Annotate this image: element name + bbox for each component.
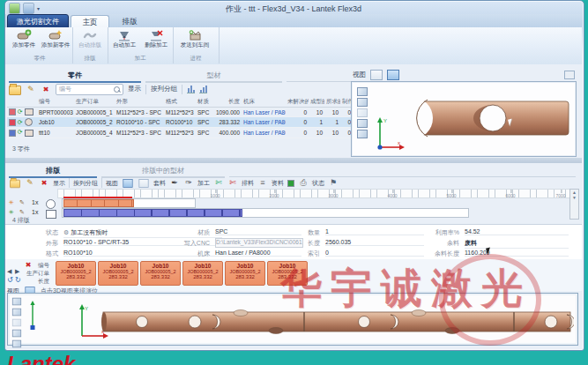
add-new-part-icon [48,29,63,41]
machine-apply-icon[interactable]: ✄ [213,178,224,188]
undo-icon[interactable]: ↺ [7,276,13,284]
stock-bar[interactable] [62,198,196,208]
search-input[interactable]: 编号 [56,84,123,95]
view-zoom-icon[interactable] [12,319,21,327]
view-top-icon[interactable] [357,119,368,128]
splitter[interactable] [5,158,582,163]
group-by-button[interactable]: 按列分组 [73,179,98,188]
nested-parts-tiles[interactable] [63,209,242,217]
nesting-3d-viewer[interactable]: Yx [7,293,578,346]
view-top-icon[interactable] [12,330,21,338]
open-icon[interactable] [9,86,21,95]
tab-nestings[interactable]: 排版 [9,165,97,178]
tab-nesting[interactable]: 排版 [111,15,148,27]
data-green-icon[interactable] [287,180,294,187]
add-new-part-button[interactable]: 添加新零件 [41,28,71,55]
auto-machine-button[interactable]: 自动加工 [109,28,139,55]
view-front-icon[interactable] [357,98,368,107]
table-row-selected[interactable]: ⟳ Job10JOB000005_2RO100*10 - SPC RO100*1… [7,117,353,128]
print-icon[interactable]: ⎙ [298,178,309,188]
view-mode-2d-icon[interactable] [370,70,383,80]
tab-profiles-in-nesting[interactable]: 排版中的型材 [101,165,225,178]
view-iso-icon[interactable] [357,87,368,96]
table-row[interactable]: ⟳ BPRT000003JOB000005_1M112*52*3 - SPC M… [7,108,353,117]
search-placeholder: 编号 [59,86,71,92]
cards-strip: ✖ ◀ ▶ ↺ ↻ 编号 生产订单 长度 Job10JOB000005_2283… [5,259,582,291]
title-bar: ▾ 作业 - ttt - Flex3d_V34 - Lantek Flex3d [5,1,582,15]
bars-icon[interactable]: ≡ [257,178,268,188]
ribbon-group-process: 发送到车间 进程 [173,27,220,63]
next-icon[interactable]: ▶ [15,268,19,275]
machine-remove-icon[interactable]: ✄ [227,178,238,188]
ruler-tick-label: 2000 [269,193,279,198]
gear-icon: ⚙ [63,229,71,235]
delete-icon[interactable]: ✖ [39,178,49,188]
preview-options-icon[interactable] [564,71,575,79]
refresh-icon: ⟳ [18,108,23,115]
properties-panel: 状态 ⚙ 加工没有预时 外形 RO100*10 - SPC/RT-35 格式 R… [5,224,582,261]
nest-auto-icon[interactable]: ✑ [183,178,194,188]
desktop: ▾ 作业 - ttt - Flex3d_V34 - Lantek Flex3d … [0,0,588,365]
rect-profile-icon [46,210,56,219]
show-button[interactable]: 显示 [128,85,141,93]
view-list-icon[interactable] [138,179,148,188]
auto-nest-button[interactable]: 自动排版 [75,28,105,55]
svg-text:Y: Y [383,118,387,123]
prev-icon[interactable]: ◀ [7,268,11,275]
search-icon [114,86,120,93]
tab-home[interactable]: 主页 [71,15,109,28]
group-by-button[interactable]: 按列分组 [151,85,177,93]
round-profile-icon [25,118,33,126]
tab-parts[interactable]: 零件 [9,70,141,83]
tab-rule [229,176,576,177]
show-button[interactable]: 显示 [53,179,65,188]
view-side-icon[interactable] [357,130,368,138]
part-card[interactable]: Job10JOB000005_2283.332 [98,261,138,286]
shape-label: 外形 [14,239,58,248]
auto-machine-icon [116,29,132,41]
nest-manual-icon[interactable]: ✒ [169,178,180,188]
view-front-icon[interactable] [12,309,21,317]
length-label: 长度 [274,239,320,248]
redo-icon[interactable]: ↻ [15,276,21,284]
part-card[interactable]: Job10JOB000005_2283.332 [225,261,265,286]
table-row[interactable]: ⟳ ttt10JOB000005_4M112*52*3 - SPC M112*5… [7,128,353,138]
machine-label: 机床 [164,250,210,258]
view-mode-3d-icon[interactable] [387,70,399,80]
view-iso-icon[interactable] [12,298,21,306]
open-icon[interactable] [10,180,20,188]
row-edit-icon: ✎ [19,199,25,206]
group-label-nest: 排版 [72,55,108,63]
part-card[interactable]: Job10JOB000005_2283.332 [140,261,181,286]
send-to-workshop-button[interactable]: 发送到车间 [180,28,210,55]
ribbon-group-parts: 添加零件 添加新零件 零件 [7,27,73,63]
edit-icon[interactable]: ✎ [26,85,36,94]
part-card[interactable]: Job10JOB000005_2283.332 [267,261,308,286]
edit-icon[interactable]: ✎ [25,178,35,188]
chart-view-icon[interactable] [199,85,207,93]
preview-header: 视图 [353,70,399,80]
part-card[interactable]: Job10JOB000005_2283.332 [182,261,223,286]
list-view-icon[interactable] [187,85,195,93]
stock-bar[interactable] [62,208,469,218]
view-zoom-icon[interactable] [357,108,368,117]
axes-icon: Yx [371,114,406,153]
status-flag-icon[interactable]: ⚑ [328,178,339,188]
status-square-icon [9,108,16,115]
tab-profiles[interactable]: 型材 [145,70,282,83]
card-id-label: 编号 [26,262,49,270]
nested-parts-tiles[interactable] [63,199,134,207]
row-qty: 1x [32,199,38,205]
nesting-scrollbar[interactable]: ▲▼ [569,189,579,220]
delete-machining-button[interactable]: 删除加工 [141,28,171,55]
delete-icon[interactable]: ✖ [41,85,51,94]
refresh-icon: ⟳ [18,130,23,136]
quantity-label: 数量 [274,228,320,237]
send-to-workshop-icon [187,29,203,41]
part-3d-preview[interactable]: Yx [351,81,577,157]
view-side-icon[interactable] [12,340,21,348]
add-part-button[interactable]: 添加零件 [9,28,39,55]
view-bars-icon[interactable] [123,179,132,188]
utilization-label: 利用率% [406,228,459,237]
part-card[interactable]: Job10JOB000005_2283.332 [56,261,96,286]
